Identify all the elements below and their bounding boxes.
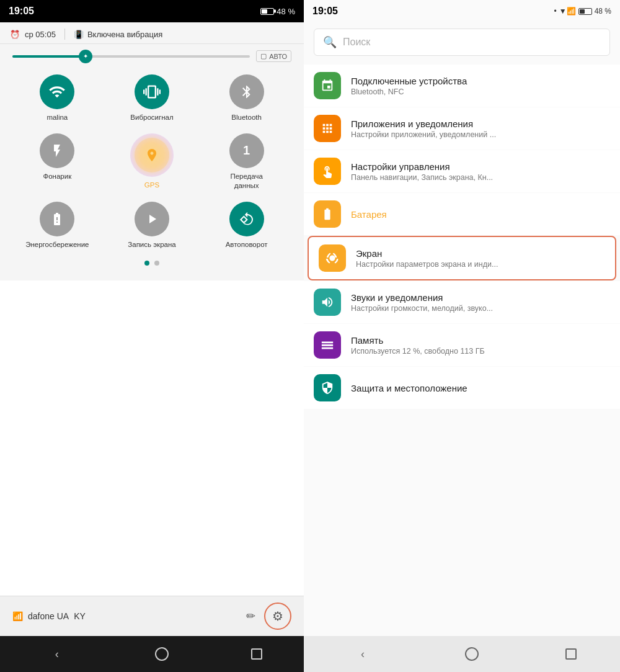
tile-vibro[interactable]: Вибросигнал <box>124 74 180 122</box>
carrier-info: 📶 dafone UA KY <box>12 611 86 621</box>
apps-text: Приложения и уведомления Настройки прило… <box>351 119 610 139</box>
connected-devices-subtitle: Bluetooth, NFC <box>351 87 610 96</box>
brightness-row[interactable]: ✦ ▢ АВТО <box>0 44 304 66</box>
auto-label: АВТО <box>269 53 287 60</box>
security-title: Защита и местоположение <box>351 383 610 393</box>
notification-bar: ⏰ ср 05:05 📳 Включена вибрация <box>0 22 304 44</box>
dot-1[interactable] <box>144 261 149 266</box>
edit-button[interactable]: ✏ <box>246 609 255 623</box>
autorotate-icon <box>229 202 264 236</box>
home-button-right[interactable] <box>465 647 479 661</box>
settings-item-memory[interactable]: Память Используется 12 %, свободно 113 Г… <box>304 324 620 366</box>
nav-bar-right: ‹ <box>304 636 620 672</box>
search-icon: 🔍 <box>323 35 337 49</box>
screen-record-icon <box>135 202 169 236</box>
tile-wifi[interactable]: malina <box>29 74 85 122</box>
dot-indicator: • <box>554 7 557 16</box>
screen-settings-icon <box>319 244 346 272</box>
tile-battery-save-label: Энергосбережение <box>25 240 89 249</box>
memory-title: Память <box>351 335 610 346</box>
gps-icon <box>135 138 169 172</box>
signal-icon: 📶 <box>12 611 23 621</box>
notif-divider <box>64 29 65 40</box>
memory-text: Память Используется 12 %, свободно 113 Г… <box>351 335 610 356</box>
tile-vibro-label: Вибросигнал <box>130 113 173 122</box>
connected-devices-icon <box>314 72 341 99</box>
tile-bluetooth[interactable]: Bluetooth <box>219 74 275 122</box>
tile-flashlight[interactable]: Фонарик <box>29 133 85 190</box>
sounds-title: Звуки и уведомления <box>351 292 610 303</box>
search-bar[interactable]: 🔍 Поиск <box>314 29 610 56</box>
gps-glow <box>130 133 174 177</box>
battery-settings-icon <box>314 200 341 228</box>
bluetooth-icon <box>229 74 264 109</box>
memory-icon <box>314 331 341 359</box>
bottom-bar: 📶 dafone UA KY ✏ ⚙ <box>0 596 304 636</box>
apps-title: Приложения и уведомления <box>351 119 610 129</box>
vibration-text: Включена вибрация <box>87 30 162 39</box>
tile-data-label: Передача данных <box>219 172 275 190</box>
vibration-icon: 📳 <box>74 30 84 39</box>
battery-text: Батарея <box>351 209 610 220</box>
status-icons-right: • ▼📶 48 % <box>554 7 611 16</box>
control-icon <box>314 158 341 185</box>
tile-data-transfer[interactable]: 1 Передача данных <box>219 133 275 190</box>
tile-screen-record-label: Запись экрана <box>128 240 175 249</box>
pagination-dots <box>10 261 294 266</box>
sounds-text: Звуки и уведомления Настройки громкости,… <box>351 292 610 313</box>
battery-icon-right <box>578 8 592 15</box>
status-bar-left: 19:05 48 % <box>0 0 304 22</box>
nav-bar-left: ‹ <box>0 636 304 672</box>
settings-item-battery[interactable]: Батарея <box>304 193 620 235</box>
tile-screen-record[interactable]: Запись экрана <box>124 202 180 249</box>
settings-item-control[interactable]: Настройки управления Панель навигации, З… <box>304 150 620 192</box>
carrier-name: dafone UA <box>28 611 69 621</box>
data-transfer-icon: 1 <box>229 133 264 168</box>
tile-flashlight-label: Фонарик <box>43 172 71 181</box>
carrier-code: KY <box>74 611 86 621</box>
left-panel: 19:05 48 % ⏰ ср 05:05 📳 Включена вибраци… <box>0 0 304 672</box>
quick-tiles: malina Вибросигнал Bluetooth <box>0 66 304 280</box>
connected-devices-text: Подключенные устройства Bluetooth, NFC <box>351 76 610 96</box>
right-panel: 19:05 • ▼📶 48 % 🔍 Поиск Подключенные уст… <box>304 0 620 672</box>
brightness-thumb[interactable]: ✦ <box>79 50 92 63</box>
control-text: Настройки управления Панель навигации, З… <box>351 161 610 182</box>
home-button-left[interactable] <box>155 647 169 661</box>
settings-item-apps[interactable]: Приложения и уведомления Настройки прило… <box>304 107 620 150</box>
battery-area-left: 48 % <box>260 7 295 16</box>
recents-button-right[interactable] <box>565 648 577 660</box>
status-bar-right: 19:05 • ▼📶 48 % <box>304 0 620 22</box>
settings-item-security[interactable]: Защита и местоположение <box>304 367 620 409</box>
settings-item-screen[interactable]: Экран Настройки параметров экрана и инди… <box>308 236 616 280</box>
connected-devices-title: Подключенные устройства <box>351 76 610 86</box>
vibro-icon <box>135 74 169 109</box>
alarm-time: ср 05:05 <box>25 30 56 39</box>
bottom-actions: ✏ ⚙ <box>246 603 291 630</box>
alarm-icon: ⏰ <box>10 30 20 39</box>
recents-button-left[interactable] <box>251 648 262 660</box>
tiles-row-3: Энергосбережение Запись экрана Автоповор… <box>10 202 294 249</box>
control-subtitle: Панель навигации, Запись экрана, Кн... <box>351 173 610 182</box>
settings-button[interactable]: ⚙ <box>264 603 291 630</box>
settings-item-connected-devices[interactable]: Подключенные устройства Bluetooth, NFC <box>304 65 620 107</box>
settings-item-sounds[interactable]: Звуки и уведомления Настройки громкости,… <box>304 281 620 323</box>
brightness-fill <box>12 55 84 58</box>
search-placeholder: Поиск <box>343 37 370 48</box>
back-button-left[interactable]: ‹ <box>42 642 73 666</box>
battery-save-icon <box>40 202 74 236</box>
brightness-auto[interactable]: ▢ АВТО <box>256 50 291 62</box>
back-button-right[interactable]: ‹ <box>347 642 378 666</box>
tile-wifi-label: malina <box>46 113 68 122</box>
tile-gps[interactable]: GPS <box>124 133 180 190</box>
screen-text: Экран Настройки параметров экрана и инди… <box>356 248 605 269</box>
dot-2[interactable] <box>154 261 159 266</box>
tile-battery-save[interactable]: Энергосбережение <box>29 202 85 249</box>
alarm-info: ⏰ ср 05:05 <box>10 30 56 39</box>
tile-autorotate[interactable]: Автоповорот <box>219 202 275 249</box>
settings-list: Подключенные устройства Bluetooth, NFC П… <box>304 62 620 636</box>
brightness-slider[interactable]: ✦ <box>12 55 250 58</box>
battery-icon-left <box>260 8 274 15</box>
tile-gps-label: GPS <box>144 181 159 190</box>
battery-text-right: 48 % <box>595 7 611 16</box>
vibration-info: 📳 Включена вибрация <box>74 30 162 39</box>
